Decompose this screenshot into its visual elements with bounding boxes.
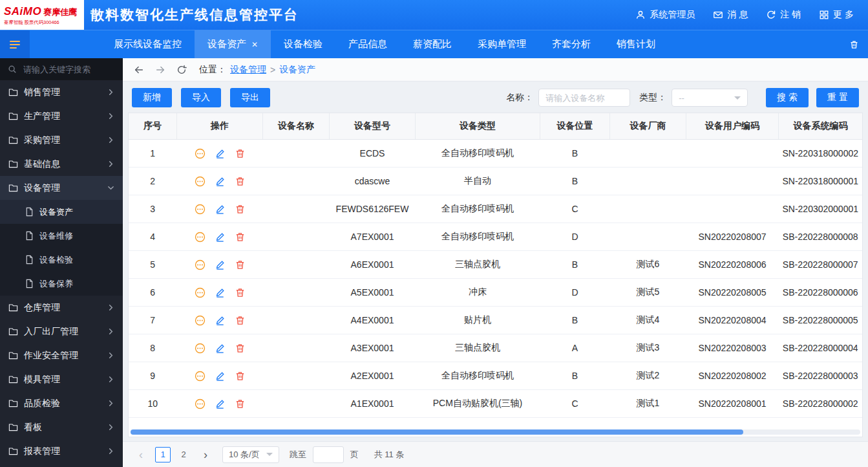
device-type-select[interactable]: --	[672, 89, 748, 107]
more-icon[interactable]	[195, 371, 206, 382]
delete-icon[interactable]	[235, 315, 246, 326]
delete-icon[interactable]	[235, 343, 246, 354]
sidebar-item-生产管理[interactable]: 生产管理	[0, 104, 123, 128]
sidebar-item-设备管理[interactable]: 设备管理	[0, 176, 123, 200]
tab-设备资产[interactable]: 设备资产✕	[195, 30, 271, 58]
more-icon[interactable]	[195, 343, 206, 354]
edit-icon[interactable]	[215, 343, 226, 354]
table-header-row: 序号操作设备名称设备型号设备类型设备位置设备厂商设备用户编码设备系统编码	[129, 113, 862, 140]
delete-icon[interactable]	[235, 371, 246, 382]
sidebar-item-基础信息[interactable]: 基础信息	[0, 152, 123, 176]
column-header-设备用户编码: 设备用户编码	[686, 113, 779, 140]
delete-icon[interactable]	[235, 204, 246, 215]
add-button[interactable]: 新增	[132, 88, 172, 107]
sidebar-item-报表管理[interactable]: 报表管理	[0, 439, 123, 463]
delete-icon[interactable]	[235, 287, 246, 298]
more-icon[interactable]	[195, 176, 206, 187]
clear-tabs-icon[interactable]	[840, 30, 868, 58]
page-button-2[interactable]: 2	[176, 447, 191, 462]
chevron-right-icon	[107, 160, 114, 168]
edit-icon[interactable]	[215, 176, 226, 187]
topbar-action-messages[interactable]: 消 息	[713, 9, 748, 21]
reset-button[interactable]: 重 置	[816, 88, 859, 107]
sidebar-search-input[interactable]	[22, 64, 115, 75]
tab-展示线设备监控[interactable]: 展示线设备监控	[101, 30, 195, 58]
next-page-icon[interactable]: ›	[198, 447, 213, 462]
cell-operations	[177, 251, 263, 279]
cell-model: A2EX0001	[330, 362, 416, 390]
forward-icon[interactable]	[155, 65, 165, 75]
page-title: 散料数智化生产线信息管控平台	[90, 6, 299, 24]
jump-page-input[interactable]	[313, 446, 344, 463]
topbar-action-user[interactable]: 系统管理员	[635, 9, 695, 21]
folder-icon	[8, 87, 18, 97]
delete-icon[interactable]	[235, 176, 246, 187]
sidebar-item-采购管理[interactable]: 采购管理	[0, 128, 123, 152]
tab-齐套分析[interactable]: 齐套分析	[539, 30, 604, 58]
more-icon[interactable]	[195, 204, 206, 215]
edit-icon[interactable]	[215, 204, 226, 215]
import-button[interactable]: 导入	[181, 88, 221, 107]
tab-close-icon[interactable]: ✕	[251, 40, 258, 49]
sidebar-item-看板[interactable]: 看板	[0, 415, 123, 439]
delete-icon[interactable]	[235, 259, 246, 270]
device-name-input[interactable]	[538, 89, 630, 107]
sidebar-subitem-设备维修[interactable]: 设备维修	[0, 224, 123, 248]
sidebar-item-模具管理[interactable]: 模具管理	[0, 367, 123, 391]
delete-icon[interactable]	[235, 398, 246, 409]
sidebar-item-品质检验[interactable]: 品质检验	[0, 391, 123, 415]
edit-icon[interactable]	[215, 148, 226, 159]
sidebar-subitem-设备保养[interactable]: 设备保养	[0, 272, 123, 296]
edit-icon[interactable]	[215, 315, 226, 326]
edit-icon[interactable]	[215, 232, 226, 243]
search-button[interactable]: 搜 索	[766, 88, 809, 107]
edit-icon[interactable]	[215, 371, 226, 382]
sidebar-search[interactable]	[0, 58, 123, 80]
more-icon[interactable]	[195, 259, 206, 270]
document-icon	[25, 279, 34, 288]
export-button[interactable]: 导出	[230, 88, 270, 107]
back-icon[interactable]	[134, 65, 144, 75]
tab-采购单管理[interactable]: 采购单管理	[465, 30, 539, 58]
scrollbar-thumb[interactable]	[131, 429, 743, 435]
cell-vendor: 测试5	[610, 279, 686, 307]
cell-vendor	[610, 223, 686, 251]
horizontal-scrollbar[interactable]	[131, 429, 860, 435]
sidebar-item-作业安全管理[interactable]: 作业安全管理	[0, 343, 123, 367]
tab-设备检验[interactable]: 设备检验	[271, 30, 335, 58]
menu-toggle-icon[interactable]	[0, 30, 30, 58]
tab-薪资配比[interactable]: 薪资配比	[400, 30, 465, 58]
toolbar: 新增 导入 导出 名称： 类型： -- 搜 索 重 置	[123, 81, 868, 113]
refresh-icon[interactable]	[176, 65, 187, 75]
delete-icon[interactable]	[235, 148, 246, 159]
edit-icon[interactable]	[215, 259, 226, 270]
more-icon[interactable]	[195, 148, 206, 159]
tab-产品信息[interactable]: 产品信息	[335, 30, 400, 58]
sidebar-item-仓库管理[interactable]: 仓库管理	[0, 296, 123, 320]
delete-icon[interactable]	[235, 232, 246, 243]
sidebar-subitem-设备资产[interactable]: 设备资产	[0, 200, 123, 224]
more-icon[interactable]	[195, 315, 206, 326]
prev-page-icon[interactable]: ‹	[133, 447, 149, 462]
topbar-action-logout[interactable]: 注 销	[766, 9, 801, 21]
sidebar-subitem-设备检验[interactable]: 设备检验	[0, 248, 123, 272]
edit-icon[interactable]	[215, 398, 226, 409]
folder-icon	[8, 422, 18, 432]
more-icon[interactable]	[195, 287, 206, 298]
page-size-select[interactable]: 10 条/页	[222, 446, 279, 463]
sidebar-item-销售管理[interactable]: 销售管理	[0, 80, 123, 104]
column-header-设备位置: 设备位置	[540, 113, 610, 140]
cell-sys_code: SB-220228000007	[779, 251, 863, 279]
sidebar-item-入厂出厂管理[interactable]: 入厂出厂管理	[0, 320, 123, 343]
page-button-1[interactable]: 1	[155, 447, 171, 462]
breadcrumb-link-current[interactable]: 设备资产	[279, 64, 315, 76]
breadcrumb-link-parent[interactable]: 设备管理	[230, 64, 266, 76]
edit-icon[interactable]	[215, 287, 226, 298]
more-icon[interactable]	[195, 398, 206, 409]
tab-销售计划[interactable]: 销售计划	[604, 30, 668, 58]
cell-user_code	[686, 140, 779, 168]
brand-name: SAiMO	[4, 5, 41, 18]
cell-no: 5	[129, 251, 177, 279]
more-icon[interactable]	[195, 232, 206, 243]
topbar-action-more[interactable]: 更 多	[819, 9, 854, 21]
